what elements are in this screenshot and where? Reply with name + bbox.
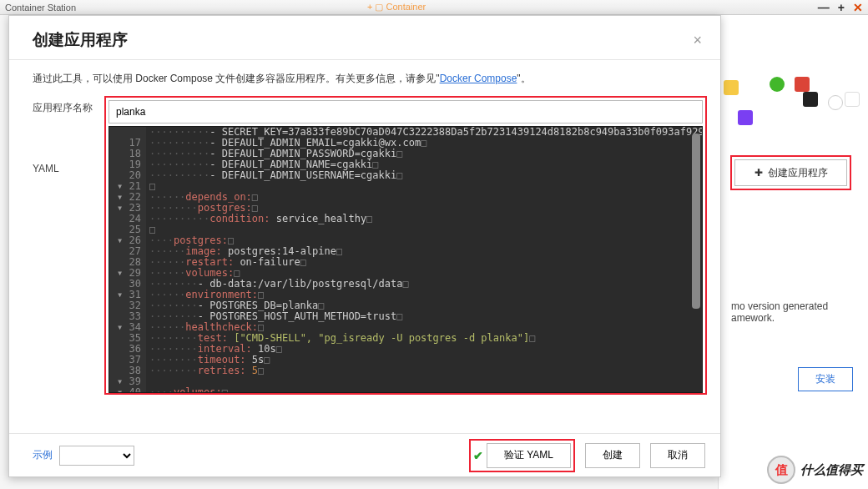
form-highlight-box: 17 18 19 20▾ 21▾ 22▾ 23 24 25▾ 26 27 28▾… [104,96,707,395]
mail-icon [795,77,810,92]
create-app-button-label: 创建应用程序 [768,166,828,180]
window-titlebar: Container Station + ▢ Container — + ✕ [0,0,868,15]
cancel-button[interactable]: 取消 [650,443,705,468]
app-icon-grid [719,77,861,135]
app-name-input[interactable] [108,100,703,124]
docker-compose-link[interactable]: Docker Compose [440,73,517,84]
editor-scroll-thumb[interactable] [692,134,700,309]
watermark: 值 什么值得买 [743,451,868,489]
watermark-icon: 值 [767,456,795,484]
video-icon [803,92,818,107]
background-tab-hint: + ▢ Container [367,2,426,13]
modal-description: 通过此工具，可以使用 Docker Compose 文件创建多容器应用程序。有关… [9,60,720,93]
install-button[interactable]: 安装 [798,367,853,391]
create-app-modal: 创建应用程序 × 通过此工具，可以使用 Docker Compose 文件创建多… [8,15,721,477]
window-close-icon[interactable]: ✕ [853,1,863,14]
modal-close-icon[interactable]: × [693,32,702,49]
create-app-button-highlight: ✚ 创建应用程序 [730,155,851,190]
modal-title: 创建应用程序 [33,29,128,51]
background-demo-text: mo version generated amework. [731,300,856,324]
window-minimize-icon[interactable]: — [818,1,830,14]
modal-desc-post: "。 [517,73,530,84]
modal-desc-pre: 通过此工具，可以使用 Docker Compose 文件创建多容器应用程序。有关… [33,73,440,84]
window-maximize-icon[interactable]: + [838,1,845,14]
watermark-text: 什么值得买 [800,462,863,478]
editor-gutter: 17 18 19 20▾ 21▾ 22▾ 23 24 25▾ 26 27 28▾… [109,127,146,392]
validate-button-highlight: ✔ 验证 YAML [469,439,575,472]
music-icon [738,110,753,125]
editor-scrollbar[interactable] [692,129,700,391]
chat-icon [770,77,785,92]
compass-icon [828,95,843,110]
check-icon: ✔ [473,449,483,462]
editor-code[interactable]: ··········- SECRET_KEY=37a833fe89bC70aD0… [146,127,702,392]
create-button[interactable]: 创建 [585,443,640,468]
example-select[interactable] [59,446,134,466]
calendar-icon [845,92,860,107]
validate-yaml-button[interactable]: 验证 YAML [487,443,571,468]
create-app-button[interactable]: ✚ 创建应用程序 [734,159,847,186]
folder-icon [724,80,739,95]
yaml-label: YAML [33,158,104,174]
app-name-label: 应用程序名称 [33,96,104,115]
plus-icon: ✚ [754,167,763,179]
yaml-editor[interactable]: 17 18 19 20▾ 21▾ 22▾ 23 24 25▾ 26 27 28▾… [108,126,703,393]
example-label[interactable]: 示例 [33,448,53,462]
modal-footer: 示例 ✔ 验证 YAML 创建 取消 [9,433,720,476]
